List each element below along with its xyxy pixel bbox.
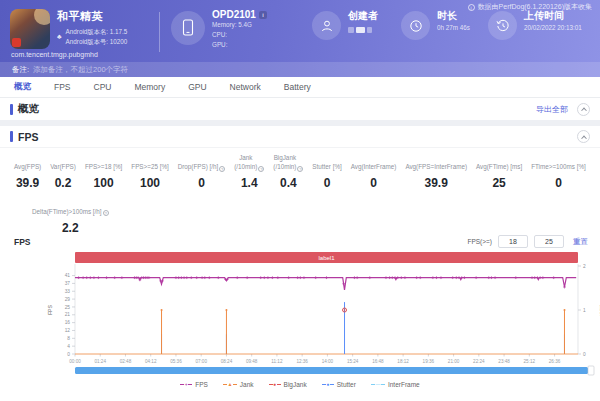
stat-delta-ftime: Delta(FTime)>100ms [/h]? 2.2: [32, 208, 109, 235]
device-memory: Memory: 5.4G: [212, 20, 267, 30]
svg-text:12: 12: [65, 328, 71, 333]
stat-avg-ftime: Avg(FTime) [ms]25: [476, 163, 522, 190]
svg-text:FPS: FPS: [47, 304, 53, 315]
svg-text:21:00: 21:00: [448, 359, 460, 364]
svg-text:15:24: 15:24: [347, 359, 359, 364]
info-icon[interactable]: ?: [297, 166, 303, 172]
perfdog-report-page: i 数据由PerfDog(6.1.220126)版本收集 和平精英 ♣ Andr…: [0, 0, 600, 401]
app-name: 和平精英: [57, 9, 148, 24]
duration-block: 时长 0h 27m 46s: [401, 9, 477, 58]
fps-threshold-high-input[interactable]: [534, 235, 564, 248]
device-cpu: CPU:: [212, 30, 267, 40]
header-divider: [159, 12, 160, 52]
svg-text:09:48: 09:48: [246, 359, 258, 364]
svg-text:07:00: 07:00: [195, 359, 207, 364]
svg-text:0: 0: [67, 352, 70, 357]
svg-text:0: 0: [583, 352, 586, 357]
stat-avg-fps: Avg(FPS)39.9: [14, 163, 41, 190]
device-info-icon[interactable]: i: [259, 11, 267, 19]
tab-fps[interactable]: FPS: [54, 82, 71, 92]
chart-scrollbar-handle[interactable]: [588, 366, 594, 375]
app-info-block: 和平精英 ♣ Android版本名: 1.17.5 Android版本号: 10…: [10, 9, 148, 58]
clock-icon: [401, 11, 430, 40]
info-icon[interactable]: ?: [219, 166, 225, 172]
svg-text:12:36: 12:36: [296, 359, 308, 364]
stat-drop-fps: Drop(FPS) [/h]?0: [178, 163, 226, 190]
report-header: i 数据由PerfDog(6.1.220126)版本收集 和平精英 ♣ Andr…: [0, 0, 600, 77]
person-icon: [312, 11, 341, 40]
fps-collapse-button[interactable]: [577, 130, 590, 143]
svg-text:8: 8: [67, 336, 70, 341]
chart-scrollbar[interactable]: [75, 367, 588, 374]
svg-text:16:48: 16:48: [372, 359, 384, 364]
tab-cpu[interactable]: CPU: [94, 82, 112, 92]
duration-value: 0h 27m 46s: [437, 23, 470, 33]
phone-icon: [171, 11, 205, 45]
note-placeholder: 添加备注，不超过200个字符: [33, 65, 128, 75]
legend-item-interframe[interactable]: —InterFrame: [371, 381, 420, 388]
svg-text:14:00: 14:00: [322, 359, 334, 364]
reset-button[interactable]: 重置: [573, 237, 588, 247]
fps-filter-label: FPS(>=): [467, 238, 492, 245]
android-version-name: Android版本名: 1.17.5: [66, 27, 128, 37]
chevron-up-icon: [581, 108, 587, 114]
stat-fps-ge25: FPS>=25 [%]100: [131, 163, 168, 190]
stat-var-fps: Var(FPS)0.2: [50, 163, 76, 190]
tab-gpu[interactable]: GPU: [188, 82, 206, 92]
stat-avg-fps-interframe: Avg(FPS=InterFrame)39.9: [405, 163, 467, 190]
fps-stats-row2: Delta(FTime)>100ms [/h]? 2.2: [0, 196, 600, 230]
overview-collapse-button[interactable]: [577, 103, 590, 116]
collector-note-text: 数据由PerfDog(6.1.220126)版本收集: [478, 2, 592, 12]
svg-text:25:12: 25:12: [524, 359, 536, 364]
svg-text:label1: label1: [318, 255, 335, 261]
game-app-icon: [10, 9, 50, 49]
fps-chart[interactable]: label10481216212529333741012FPSJank00:00…: [0, 250, 600, 380]
fps-chart-title: FPS: [14, 237, 31, 247]
stat-ftime-ge100: FTime>=100ms [%]0: [531, 163, 586, 190]
tab-battery[interactable]: Battery: [284, 82, 311, 92]
legend-item-fps[interactable]: +FPS: [180, 381, 208, 388]
legend-item-jank[interactable]: ▲Jank: [223, 381, 254, 388]
tab-overview[interactable]: 概览: [14, 81, 31, 93]
app-package: com.tencent.tmgp.pubgmhd: [10, 51, 148, 58]
history-clock-icon: [488, 11, 517, 40]
legend-item-stutter[interactable]: ●Stutter: [322, 381, 356, 388]
stat-bigjank: BigJank (/10min)?0.4: [273, 154, 303, 190]
note-prefix: 备注:: [12, 65, 29, 75]
svg-text:2: 2: [583, 264, 586, 269]
export-all-link[interactable]: 导出全部: [536, 104, 568, 115]
android-version-code: Android版本号: 10200: [66, 37, 128, 47]
fps-threshold-low-input[interactable]: [498, 235, 528, 248]
android-icon: ♣: [57, 33, 62, 40]
upload-time-value: 20/02/2022 20:13:01: [524, 23, 582, 33]
svg-text:22:24: 22:24: [473, 359, 485, 364]
creator-block: 创建者: [312, 9, 390, 58]
tab-memory[interactable]: Memory: [134, 82, 165, 92]
device-model: OPD2101: [212, 9, 256, 20]
svg-text:16: 16: [65, 320, 71, 325]
info-icon: i: [468, 4, 475, 11]
metric-tabs: 概览 FPS CPU Memory GPU Network Battery: [0, 77, 600, 98]
svg-text:04:12: 04:12: [145, 359, 157, 364]
svg-text:02:48: 02:48: [120, 359, 132, 364]
duration-label: 时长: [437, 9, 470, 23]
device-gpu: GPU:: [212, 40, 267, 50]
stat-avg-interframe: Avg(InterFrame)0: [351, 163, 397, 190]
svg-text:05:36: 05:36: [170, 359, 182, 364]
fps-section-card: FPS Avg(FPS)39.9 Var(FPS)0.2 FPS>=18 [%]…: [0, 126, 600, 401]
svg-text:41: 41: [65, 273, 71, 278]
note-input-bar[interactable]: 备注: 添加备注，不超过200个字符: [0, 62, 600, 77]
info-icon[interactable]: ?: [258, 166, 264, 172]
stat-jank: Jank (/10min)?1.4: [234, 154, 264, 190]
svg-text:21: 21: [65, 312, 71, 317]
tab-network[interactable]: Network: [230, 82, 261, 92]
chart-legend: +FPS▲Jank●BigJank●Stutter—InterFrame: [0, 380, 600, 388]
svg-text:26:36: 26:36: [549, 359, 561, 364]
svg-text:11:12: 11:12: [271, 359, 283, 364]
legend-item-bigjank[interactable]: ●BigJank: [269, 381, 307, 388]
info-icon[interactable]: ?: [103, 210, 109, 216]
overview-section-bar: 概览 导出全部: [0, 98, 600, 120]
fps-section-title: FPS: [18, 131, 38, 143]
svg-text:4: 4: [67, 344, 70, 349]
collector-note: i 数据由PerfDog(6.1.220126)版本收集: [468, 2, 592, 12]
